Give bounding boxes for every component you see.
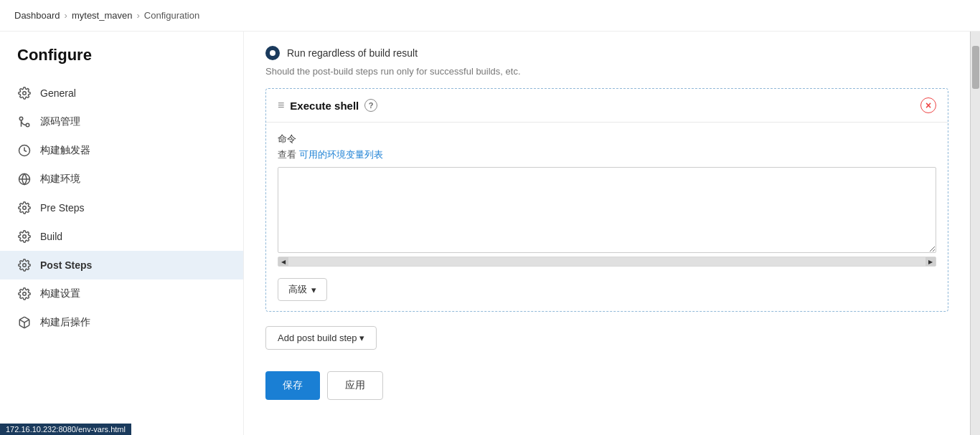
svg-point-7 [23,235,27,239]
gear-icon-pre [17,201,32,215]
execute-shell-body: 命令 查看 可用的环境变量列表 ◀ ▶ 高级 ▾ [266,123,948,311]
add-post-build-step-button[interactable]: Add post build step ▾ [265,326,377,350]
breadcrumb: Dashboard › mytest_maven › Configuration [0,0,980,32]
status-bar: 172.16.10.232:8080/env-vars.html [0,424,131,435]
save-button[interactable]: 保存 [265,371,320,400]
sidebar-label-source-code: 源码管理 [40,115,80,128]
run-regardless-desc: Should the post-build steps run only for… [265,66,948,77]
content-area: Run regardless of build result Should th… [244,32,970,435]
chevron-down-icon: ▾ [311,285,316,295]
gear-icon-settings [17,287,32,301]
run-regardless-label: Run regardless of build result [287,47,418,59]
close-button[interactable]: × [920,97,936,113]
advanced-label: 高级 [288,283,307,296]
sidebar-label-build: Build [40,231,62,242]
sidebar-title: Configure [0,46,243,79]
cube-icon [17,315,32,330]
gear-icon [17,86,32,100]
drag-handle-icon[interactable]: ≡ [278,99,284,112]
horizontal-scrollbar[interactable]: ◀ ▶ [278,257,936,267]
execute-shell-header: ≡ Execute shell ? × [266,89,948,123]
scrollbar-thumb-vertical[interactable] [972,46,979,89]
svg-point-8 [23,264,27,267]
breadcrumb-current: Configuration [144,10,199,21]
globe-icon [17,172,32,186]
source-icon [17,115,32,129]
sidebar-label-pre-steps: Pre Steps [40,202,84,214]
sidebar-item-post-steps[interactable]: Post Steps [0,251,243,279]
breadcrumb-dashboard[interactable]: Dashboard [14,10,60,21]
sidebar-item-build-triggers[interactable]: 构建触发器 [0,136,243,165]
svg-point-0 [23,92,27,95]
breadcrumb-sep-2: › [137,10,140,21]
right-scrollbar[interactable] [970,32,980,435]
sidebar-label-build-settings: 构建设置 [40,287,80,300]
run-regardless-indicator [265,46,280,60]
scroll-left-arrow[interactable]: ◀ [278,257,288,266]
breadcrumb-sep-1: › [65,10,67,21]
gear-icon-post [17,258,32,272]
command-label: 命令 [278,133,936,145]
run-regardless-row: Run regardless of build result [265,46,948,60]
advanced-button[interactable]: 高级 ▾ [278,278,327,301]
field-subtext: 查看 可用的环境变量列表 [278,148,936,161]
help-icon[interactable]: ? [364,99,377,112]
svg-point-2 [19,117,23,120]
sidebar-label-general: General [40,87,76,99]
clock-icon [17,143,32,158]
sidebar-label-post-build: 构建后操作 [40,316,90,329]
execute-shell-box: ≡ Execute shell ? × 命令 查看 可用的环境变量列表 ◀ ▶ [265,88,948,312]
sidebar-item-post-build[interactable]: 构建后操作 [0,308,243,337]
sidebar-item-source-code[interactable]: 源码管理 [0,107,243,136]
add-step-label: Add post build step ▾ [278,333,364,343]
command-textarea[interactable] [278,167,936,253]
sidebar-item-build[interactable]: Build [0,222,243,251]
execute-shell-title: Execute shell [290,100,359,112]
sidebar-label-build-triggers: 构建触发器 [40,144,90,157]
svg-point-6 [23,206,27,210]
gear-icon-build [17,229,32,244]
sidebar-item-general[interactable]: General [0,79,243,107]
sidebar-item-pre-steps[interactable]: Pre Steps [0,193,243,222]
sidebar-label-post-steps: Post Steps [40,259,92,271]
svg-point-9 [23,292,27,296]
env-vars-link[interactable]: 可用的环境变量列表 [299,149,383,160]
breadcrumb-project[interactable]: mytest_maven [72,10,133,21]
bottom-actions: 保存 应用 [265,364,948,400]
sidebar-item-build-env[interactable]: 构建环境 [0,165,243,193]
sidebar: Configure General 源码管理 [0,32,244,435]
scroll-right-arrow[interactable]: ▶ [925,257,936,266]
svg-point-1 [26,123,29,127]
sidebar-label-build-env: 构建环境 [40,173,80,186]
scroll-track[interactable] [288,257,925,266]
sidebar-item-build-settings[interactable]: 构建设置 [0,279,243,308]
apply-button[interactable]: 应用 [327,371,383,400]
subtext-pre: 查看 [278,149,296,160]
